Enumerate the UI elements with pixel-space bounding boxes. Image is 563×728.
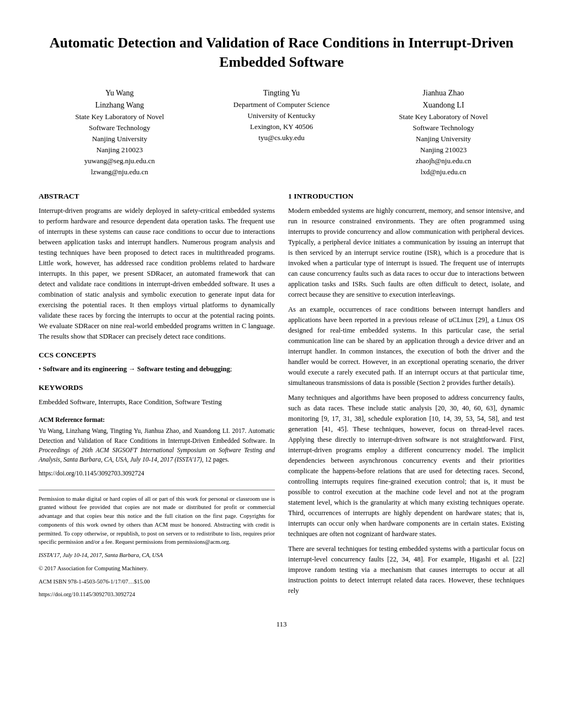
keywords-text: Embedded Software, Interrupts, Race Cond… [39,397,275,408]
acm-ref-heading: ACM Reference format: [39,415,275,425]
footnote-doi: https://doi.org/10.1145/3092703.3092724 [39,590,275,599]
intro-heading: 1 INTRODUCTION [288,191,524,202]
acm-ref-text: Yu Wang, Linzhang Wang, Tingting Yu, Jia… [39,426,275,464]
email: yuwang@seg.nju.edu.cn [39,156,200,167]
affiliation: Nanjing University [363,133,524,144]
ccs-heading: CCS CONCEPTS [39,350,275,361]
affiliation: Nanjing 210023 [363,144,524,156]
author-name: Yu Wang [39,87,200,99]
intro-para-2: As an example, occurrences of race condi… [288,304,524,388]
affiliation: Department of Computer Science [200,99,362,110]
author-block-col3: Jianhua Zhao Xuandong LI State Key Labor… [363,87,524,178]
paper-title: Automatic Detection and Validation of Ra… [39,33,524,72]
affiliation: Nanjing University [39,133,200,144]
abstract-text: Interrupt-driven programs are widely dep… [39,206,275,342]
intro-para-1: Modern embedded systems are highly concu… [288,206,524,300]
footnote-copyright: © 2017 Association for Computing Machine… [39,564,275,573]
email: lxd@nju.edu.cn [363,167,524,178]
affiliation: Lexington, KY 40506 [200,121,362,132]
author-name: Jianhua Zhao [363,87,524,99]
acm-doi: https://doi.org/10.1145/3092703.3092724 [39,469,275,478]
page-number: 113 [39,620,524,629]
email: tyu@cs.uky.edu [200,132,362,143]
left-column: ABSTRACT Interrupt-driven programs are w… [39,191,275,603]
author-name: Tingting Yu [200,87,362,99]
author-block-col2: Tingting Yu Department of Computer Scien… [200,87,362,178]
footnote-isbn: ACM ISBN 978-1-4503-5076-1/17/07…$15.00 [39,577,275,586]
abstract-heading: ABSTRACT [39,191,275,202]
affiliation: Nanjing 210023 [39,144,200,156]
title-section: Automatic Detection and Validation of Ra… [39,33,524,72]
keywords-heading: KEYWORDS [39,382,275,394]
author-name: Linzhang Wang [39,99,200,111]
affiliation: Software Technology [363,122,524,133]
right-column: 1 INTRODUCTION Modern embedded systems a… [288,191,524,603]
intro-para-3: Many techniques and algorithms have been… [288,393,524,539]
affiliation: State Key Laboratory of Novel [363,111,524,122]
footnote-conference: ISSTA'17, July 10-14, 2017, Santa Barbar… [39,551,275,560]
footnote-block: Permission to make digital or hard copie… [39,490,275,599]
intro-para-4: There are several techniques for testing… [288,544,524,596]
email: zhaojh@nju.edu.cn [363,156,524,167]
footnote-permission: Permission to make digital or hard copie… [39,495,275,547]
email: lzwang@nju.edu.cn [39,167,200,178]
author-block-col1: Yu Wang Linzhang Wang State Key Laborato… [39,87,200,178]
ccs-line: • Software and its engineering → Softwar… [39,364,275,374]
authors-grid: Yu Wang Linzhang Wang State Key Laborato… [39,87,524,178]
affiliation: University of Kentucky [200,110,362,121]
two-column-layout: ABSTRACT Interrupt-driven programs are w… [39,191,524,603]
page: Automatic Detection and Validation of Ra… [0,0,563,728]
author-name: Xuandong LI [363,99,524,111]
affiliation: Software Technology [39,122,200,133]
affiliation: State Key Laboratory of Novel [39,111,200,122]
